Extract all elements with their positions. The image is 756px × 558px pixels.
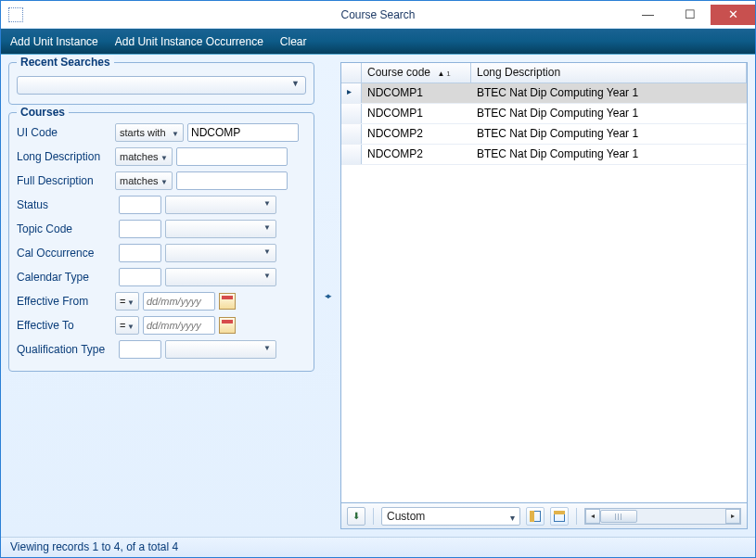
op-long-description[interactable]: matches <box>115 147 173 166</box>
left-panel: Recent Searches Courses UI Code starts w… <box>8 62 314 529</box>
op-effective-to[interactable]: = <box>115 316 139 335</box>
cell-course-code: NDCOMP1 <box>362 104 471 123</box>
menu-clear[interactable]: Clear <box>280 35 307 48</box>
input-full-description[interactable] <box>176 171 288 190</box>
close-button[interactable]: ✕ <box>711 5 755 25</box>
row-cal-occurrence: Cal Occurrence <box>17 243 306 263</box>
export-button[interactable]: ⬇ <box>347 507 365 526</box>
label-topic-code: Topic Code <box>17 222 115 235</box>
horizontal-scrollbar[interactable]: ◂ ||| ▸ <box>584 508 741 525</box>
input-long-description[interactable] <box>176 147 288 166</box>
recent-searches-title: Recent Searches <box>17 56 114 69</box>
label-qualification-type: Qualification Type <box>17 343 115 356</box>
table-row[interactable]: NDCOMP1BTEC Nat Dip Computing Year 1 <box>341 104 747 124</box>
scroll-thumb[interactable]: ||| <box>600 510 637 523</box>
label-status: Status <box>17 198 115 211</box>
row-ui-code: UI Code starts with <box>17 122 306 143</box>
table-row[interactable]: NDCOMP2BTEC Nat Dip Computing Year 1 <box>341 145 747 165</box>
op-full-description[interactable]: matches <box>115 171 173 190</box>
dropdown-qualification-type[interactable] <box>165 340 276 359</box>
dropdown-calendar-type[interactable] <box>165 268 276 286</box>
op-effective-from[interactable]: = <box>115 292 139 311</box>
table-row[interactable]: NDCOMP2BTEC Nat Dip Computing Year 1 <box>341 124 747 145</box>
system-menu-icon[interactable] <box>8 7 23 22</box>
col-header-course-code[interactable]: Course code ▲1 <box>362 63 471 82</box>
statusbar: Viewing records 1 to 4, of a total 4 <box>1 537 755 557</box>
splitter-handle[interactable]: ◂▸ <box>324 62 331 529</box>
menubar: Add Unit Instance Add Unit Instance Occu… <box>1 29 755 55</box>
grid-body: NDCOMP1BTEC Nat Dip Computing Year 1NDCO… <box>341 83 747 165</box>
scroll-right-icon[interactable]: ▸ <box>725 509 740 524</box>
table-row[interactable]: NDCOMP1BTEC Nat Dip Computing Year 1 <box>341 83 747 104</box>
label-effective-to: Effective To <box>17 319 115 332</box>
courses-group: Courses UI Code starts with Long Descrip… <box>8 112 314 372</box>
window-buttons: — ☐ ✕ <box>627 5 755 25</box>
scroll-left-icon[interactable]: ◂ <box>585 509 600 524</box>
input-effective-from[interactable] <box>143 292 215 311</box>
window-title: Course Search <box>340 8 415 21</box>
sort-asc-icon: ▲ <box>437 70 444 78</box>
minimize-button[interactable]: — <box>627 5 669 25</box>
status-text: Viewing records 1 to 4, of a total 4 <box>10 540 178 553</box>
label-full-description: Full Description <box>17 174 115 187</box>
layout-columns-icon[interactable] <box>526 507 545 526</box>
menu-add-unit-instance[interactable]: Add Unit Instance <box>10 35 98 48</box>
cell-course-code: NDCOMP1 <box>362 83 471 103</box>
cell-course-code: NDCOMP2 <box>362 124 471 144</box>
row-indicator <box>341 124 362 144</box>
dropdown-cal-occurrence[interactable] <box>165 244 276 262</box>
calendar-icon[interactable] <box>219 317 236 334</box>
label-cal-occurrence: Cal Occurrence <box>17 247 115 260</box>
col-header-long-description-text: Long Description <box>477 66 560 79</box>
right-panel: Course code ▲1 Long Description NDCOMP1B… <box>340 62 748 529</box>
calendar-icon[interactable] <box>219 293 236 310</box>
row-calendar-type: Calendar Type <box>17 267 306 287</box>
row-effective-from: Effective From = <box>17 291 306 311</box>
menu-add-unit-instance-occurrence[interactable]: Add Unit Instance Occurrence <box>115 35 263 48</box>
row-topic-code: Topic Code <box>17 219 306 239</box>
dropdown-status[interactable] <box>165 196 276 214</box>
row-header-corner <box>341 63 362 82</box>
col-header-course-code-text: Course code <box>367 66 430 79</box>
results-grid: Course code ▲1 Long Description NDCOMP1B… <box>340 62 748 503</box>
input-cal-occurrence[interactable] <box>119 244 161 262</box>
input-calendar-type[interactable] <box>119 268 161 286</box>
label-calendar-type: Calendar Type <box>17 271 115 284</box>
cell-long-description: BTEC Nat Dip Computing Year 1 <box>471 104 747 123</box>
dropdown-topic-code[interactable] <box>165 220 276 238</box>
label-ui-code: UI Code <box>17 126 115 139</box>
window: Course Search — ☐ ✕ Add Unit Instance Ad… <box>0 0 756 558</box>
main-split: Recent Searches Courses UI Code starts w… <box>8 62 748 529</box>
row-full-description: Full Description matches <box>17 171 306 191</box>
row-indicator <box>341 83 362 103</box>
input-ui-code[interactable] <box>187 123 299 142</box>
recent-searches-dropdown[interactable] <box>17 76 306 95</box>
label-long-description: Long Description <box>17 150 115 163</box>
content-area: Recent Searches Courses UI Code starts w… <box>1 55 755 537</box>
filter-combo[interactable]: Custom <box>381 507 520 526</box>
row-qualification-type: Qualification Type <box>17 339 306 360</box>
row-status: Status <box>17 195 306 215</box>
row-indicator <box>341 145 362 164</box>
input-status[interactable] <box>119 196 161 214</box>
input-effective-to[interactable] <box>143 316 215 335</box>
col-header-long-description[interactable]: Long Description <box>471 63 747 82</box>
cell-course-code: NDCOMP2 <box>362 145 471 164</box>
scroll-track[interactable]: ||| <box>600 509 725 524</box>
grid-header: Course code ▲1 Long Description <box>341 63 747 83</box>
cell-long-description: BTEC Nat Dip Computing Year 1 <box>471 124 747 144</box>
grid-toolbar: ⬇ Custom ◂ ||| ▸ <box>340 503 748 529</box>
op-ui-code[interactable]: starts with <box>115 123 184 142</box>
courses-title: Courses <box>17 106 69 119</box>
row-indicator <box>341 104 362 123</box>
recent-searches-group: Recent Searches <box>8 62 314 105</box>
titlebar: Course Search — ☐ ✕ <box>1 1 755 29</box>
input-topic-code[interactable] <box>119 220 161 238</box>
input-qualification-type[interactable] <box>119 340 161 359</box>
maximize-button[interactable]: ☐ <box>669 5 711 25</box>
row-effective-to: Effective To = <box>17 315 306 336</box>
separator <box>373 508 374 525</box>
label-effective-from: Effective From <box>17 295 115 308</box>
cell-long-description: BTEC Nat Dip Computing Year 1 <box>471 83 747 103</box>
layout-rows-icon[interactable] <box>550 507 569 526</box>
